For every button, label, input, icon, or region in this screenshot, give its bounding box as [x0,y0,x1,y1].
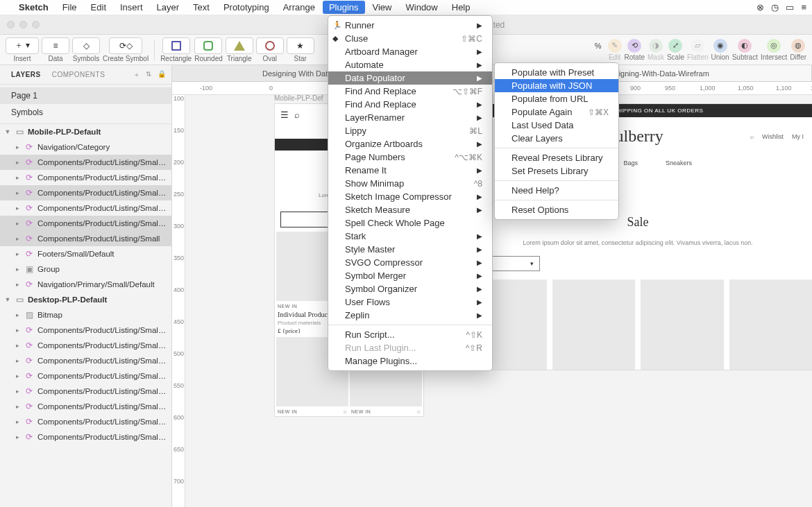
maximize-window-button[interactable] [32,21,40,28]
star-tool[interactable]: ★ [287,37,314,54]
page-item[interactable]: Symbols [0,104,171,121]
clock-icon[interactable]: ◷ [771,2,779,12]
menu-insert[interactable]: Insert [114,1,149,14]
artboard-header[interactable]: ▼▭Mobile-PLP-Default [0,124,171,139]
layer-row[interactable]: ▸⟳Components/Product/Listing/Small C... [0,414,171,429]
layer-row[interactable]: ▸⟳Components/Product/Listing/Small C... [0,185,171,200]
layer-row[interactable]: ▸⟳Navigation/Primary/Small/Default [0,277,171,292]
layer-row[interactable]: ▸⟳Components/Product/Listing/Small C... [0,368,171,384]
union-tool[interactable]: ◉ [713,39,727,53]
app-menu[interactable]: Sketch [12,1,55,14]
menu-item[interactable]: Populate Again⇧⌘X [495,105,618,119]
menu-file[interactable]: File [56,1,83,14]
page-item[interactable]: Page 1 [0,87,171,104]
create-symbol-tool[interactable]: ⟳◇ [109,37,142,54]
menu-item[interactable]: Zeplin▶ [328,309,492,322]
menu-item[interactable]: Symbol Merger▶ [328,269,492,282]
layer-row[interactable]: ▸⟳Components/Product/Listing/Small [0,231,171,246]
lock-icon[interactable]: 🔒 [158,70,167,80]
menu-item[interactable]: Need Help? [495,184,618,197]
menu-item[interactable]: Reset Options [495,203,618,216]
menu-item[interactable]: Sketch Image Compressor▶ [328,190,492,203]
menu-edit[interactable]: Edit [85,1,112,14]
add-page-icon[interactable]: ＋ [133,70,141,80]
layer-row[interactable]: ▸⟳Components/Product/Listing/Small C... [0,170,171,185]
collapse-icon[interactable]: ⇅ [146,70,152,80]
layer-row[interactable]: ▸⟳Components/Product/Listing/Small C... [0,155,171,170]
menu-item[interactable]: Populate with Preset [495,66,618,79]
menu-prototyping[interactable]: Prototyping [217,1,276,14]
display-icon[interactable]: ▭ [786,2,794,12]
artboard-header[interactable]: ▼▭Desktop-PLP-Default [0,292,171,307]
artboard-label[interactable]: Mobile-PLP-Def [274,94,323,102]
status-icon[interactable]: ⊗ [756,2,764,12]
menu-item[interactable]: ◆Cluse⇧⌘C [328,32,492,45]
layer-row[interactable]: ▸▣Group [0,261,171,277]
insert-tool[interactable]: ＋ ▾ [6,37,39,54]
menu-item[interactable]: Stark▶ [328,230,492,243]
subtract-tool[interactable]: ◐ [738,39,752,53]
scale-tool[interactable]: ⤢ [668,39,682,53]
layer-row[interactable]: ▸⟳Components/Product/Listing/Small C... [0,200,171,216]
mask-tool[interactable]: ◑ [649,39,663,53]
menu-item[interactable]: Sketch Measure▶ [328,203,492,216]
menu-text[interactable]: Text [187,1,216,14]
tab-components[interactable]: COMPONENTS [46,71,111,78]
menu-item[interactable]: Find And Replace▶ [328,98,492,111]
layer-row[interactable]: ▸⟳Navigation/Category [0,139,171,155]
menu-item[interactable]: Populate with JSON [495,79,618,92]
close-window-button[interactable] [7,21,15,28]
menu-item[interactable]: Populate from URL [495,92,618,105]
menu-item[interactable]: Page Numbers^⌥⌘K [328,151,492,164]
menu-item[interactable]: User Flows▶ [328,295,492,309]
notifications-icon[interactable]: ≡ [801,2,806,12]
menu-view[interactable]: View [366,1,398,14]
menu-item[interactable]: 🏃Runner▶ [328,19,492,32]
intersect-tool[interactable]: ◎ [767,39,781,53]
layer-row[interactable]: ▸⟳Components/Product/Listing/Small C... [0,399,171,414]
menu-item[interactable]: Manage Plugins... [328,354,492,368]
menu-item[interactable]: LayerRenamer▶ [328,111,492,124]
rectangle-tool[interactable] [162,37,190,54]
menu-item[interactable]: Set Presets Library [495,164,618,178]
difference-tool[interactable]: ◍ [791,39,805,53]
menu-window[interactable]: Window [400,1,444,14]
menu-item[interactable]: Style Master▶ [328,243,492,256]
menu-item[interactable]: Spell Check Whole Page [328,216,492,230]
flatten-tool[interactable]: ▱ [691,39,704,53]
menu-item[interactable]: Automate▶ [328,58,492,71]
menu-item[interactable]: SVGO Compressor▶ [328,256,492,269]
layer-row[interactable]: ▸⟳Components/Product/Listing/Small C... [0,323,171,338]
tab-layers[interactable]: LAYERS [6,71,46,78]
layer-row[interactable]: ▸⟳Components/Product/Listing/Small C... [0,429,171,445]
menu-item[interactable]: Organize Artboards▶ [328,137,492,151]
menu-item[interactable]: Show Minimap^8 [328,177,492,190]
menu-item[interactable]: Run Script...^⇧K [328,328,492,341]
menu-item[interactable]: Last Used Data [495,119,618,132]
layer-row[interactable]: ▸▨Bitmap [0,307,171,323]
menu-item[interactable]: Data Populator▶ [328,71,492,85]
layer-row[interactable]: ▸⟳Components/Product/Listing/Small C... [0,353,171,368]
menu-item[interactable]: Clear Layers [495,132,618,145]
layer-row[interactable]: ▸⟳Components/Product/Listing/Small C... [0,216,171,231]
data-tool[interactable]: ≡ [42,37,69,54]
menu-item[interactable]: Find And Replace⌥⇧⌘F [328,85,492,98]
menu-item[interactable]: Symbol Organizer▶ [328,282,492,295]
menu-help[interactable]: Help [446,1,477,14]
menu-item[interactable]: Lippy⌘L [328,124,492,137]
triangle-tool[interactable] [226,37,253,54]
edit-tool[interactable]: ✎ [608,39,622,53]
menu-item[interactable]: Reveal Presets Library [495,151,618,164]
menu-layer[interactable]: Layer [151,1,186,14]
layer-row[interactable]: ▸⟳Footers/Small/Default [0,246,171,261]
rotate-tool[interactable]: ⟲ [627,39,641,53]
layer-row[interactable]: ▸⟳Components/Product/Listing/Small C... [0,338,171,353]
menu-plugins[interactable]: Plugins [323,1,365,14]
symbols-tool[interactable]: ◇ [72,37,100,54]
menu-arrange[interactable]: Arrange [277,1,321,14]
menu-item[interactable]: Rename It▶ [328,164,492,177]
menu-item[interactable]: Artboard Manager▶ [328,45,492,58]
oval-tool[interactable] [256,37,284,54]
minimize-window-button[interactable] [19,21,27,28]
layer-row[interactable]: ▸⟳Components/Product/Listing/Small C... [0,384,171,399]
